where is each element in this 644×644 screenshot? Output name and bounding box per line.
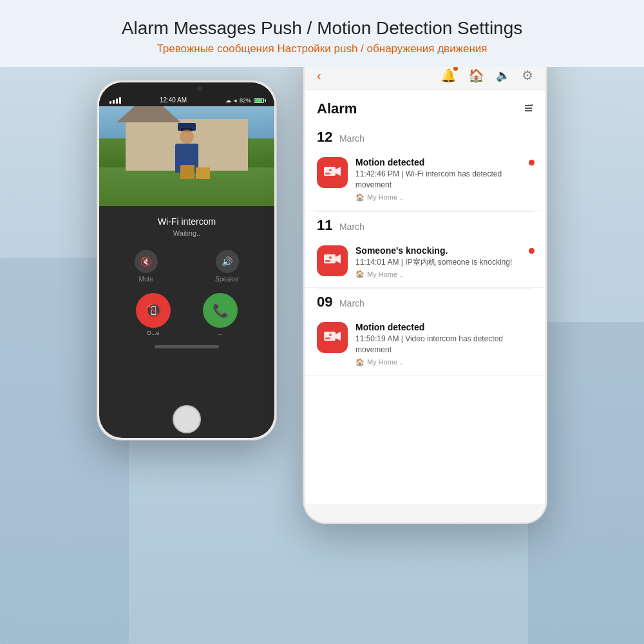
home-icon-09: 🏠 bbox=[355, 358, 365, 366]
svg-marker-1 bbox=[336, 167, 341, 176]
person-glasses bbox=[181, 128, 193, 131]
call-status: Waiting.. bbox=[106, 229, 268, 237]
home-indicator bbox=[155, 345, 219, 348]
mute-action[interactable]: 🔇 Mute bbox=[135, 250, 158, 283]
svg-rect-10 bbox=[325, 337, 330, 339]
cam-house-roof bbox=[117, 106, 181, 122]
delivery-person-cam bbox=[175, 123, 198, 173]
date-12-number: 12 bbox=[317, 129, 332, 145]
toolbar-icons-section: 🔔 🏠 🔈 ⚙ bbox=[440, 68, 533, 83]
home-icon-small: 🏠 bbox=[355, 193, 365, 202]
alarm-09-location: 🏠 My Home .. bbox=[355, 358, 533, 366]
left-phone: 12:40 AM ☁ ◂ 82% bbox=[97, 80, 277, 440]
accept-label: ... bbox=[203, 330, 238, 336]
page-title: Alarm Messages Push / Motion Detection S… bbox=[13, 18, 631, 39]
call-screen: Wi-Fi intercom Waiting.. 🔇 Mute 🔊 Speake… bbox=[99, 206, 274, 357]
location-icon: ◂ bbox=[234, 97, 237, 104]
signal-bar-2 bbox=[113, 100, 115, 104]
alarm-12-desc: 11:42:46 PM | Wi-Fi intercom has detecte… bbox=[355, 169, 533, 191]
page-subtitle: Тревожные сообщения Настройки push / обн… bbox=[13, 43, 631, 55]
location-text-12: My Home .. bbox=[367, 193, 403, 201]
battery-fill bbox=[255, 99, 262, 102]
delivery-boxes bbox=[180, 165, 210, 179]
svg-point-3 bbox=[329, 169, 332, 171]
filter-button[interactable]: ≡⃗ bbox=[524, 102, 533, 116]
decline-label: D...e bbox=[136, 330, 171, 336]
left-status-time: 12:40 AM bbox=[160, 97, 187, 104]
speaker-action[interactable]: 🔊 Speaker bbox=[215, 250, 239, 283]
unread-indicator-11 bbox=[529, 248, 535, 254]
back-button[interactable]: ‹ bbox=[317, 68, 321, 83]
signal-bar-1 bbox=[109, 101, 111, 104]
mute-label: Mute bbox=[139, 276, 153, 283]
date-section-11: 11 March bbox=[305, 212, 545, 238]
location-text-11: My Home .. bbox=[367, 270, 403, 278]
home-icon-11: 🏠 bbox=[355, 270, 365, 278]
call-actions: 🔇 Mute 🔊 Speaker bbox=[106, 250, 268, 283]
date-section-09: 09 March bbox=[305, 289, 545, 314]
left-status-right: ☁ ◂ 82% bbox=[225, 97, 264, 104]
device-icon-11 bbox=[324, 252, 341, 269]
signal-bar-4 bbox=[119, 97, 121, 104]
main-content-area: 12:40 AM ☁ ◂ 82% bbox=[0, 67, 644, 608]
decline-button-wrap: 📵 D...e bbox=[136, 293, 171, 336]
accept-button-wrap: 📞 ... bbox=[203, 293, 238, 336]
date-11-number: 11 bbox=[317, 217, 332, 233]
date-section-12: 12 March bbox=[305, 124, 545, 149]
left-status-bar: 12:40 AM ☁ ◂ 82% bbox=[99, 91, 274, 106]
power-button bbox=[276, 158, 277, 190]
left-phone-screen: 12:40 AM ☁ ◂ 82% bbox=[99, 82, 274, 438]
alarm-11-desc: 11:14:01 AM | IP室内机 someone is knocking! bbox=[355, 257, 533, 268]
alarm-title: Alarm bbox=[317, 100, 357, 117]
bell-button[interactable]: 🔔 bbox=[440, 68, 457, 83]
person-head bbox=[180, 129, 194, 144]
alarm-device-icon-wrap-09 bbox=[317, 322, 348, 353]
right-phone-screen: 📶 12:39 AM ⊕ ◂ 82% ⚡ ‹ bbox=[305, 67, 545, 522]
volume-button bbox=[97, 145, 97, 164]
alarm-11-title: Someone's knocking. bbox=[355, 245, 533, 256]
home-button[interactable] bbox=[173, 405, 201, 433]
decline-button[interactable]: 📵 bbox=[136, 293, 171, 328]
date-12-month: March bbox=[339, 133, 365, 144]
unread-indicator-12 bbox=[529, 160, 535, 166]
front-camera-dot bbox=[197, 86, 202, 91]
mute-icon[interactable]: 🔇 bbox=[135, 250, 158, 273]
accept-button[interactable]: 📞 bbox=[203, 293, 238, 328]
alarm-12-title: Motion detected bbox=[355, 157, 533, 167]
alarm-device-icon-wrap bbox=[317, 157, 348, 188]
svg-marker-5 bbox=[336, 254, 341, 263]
device-icon-09 bbox=[324, 330, 341, 346]
right-phone: 📶 12:39 AM ⊕ ◂ 82% ⚡ ‹ bbox=[303, 67, 547, 524]
speaker-button[interactable]: 🔈 bbox=[496, 68, 510, 82]
signal-bars bbox=[109, 97, 121, 104]
wifi-icon: ☁ bbox=[225, 97, 231, 104]
home-button-toolbar[interactable]: 🏠 bbox=[468, 68, 484, 83]
alarm-content: Alarm ≡⃗ 12 March bbox=[305, 90, 545, 504]
svg-marker-9 bbox=[336, 332, 341, 341]
speaker-icon[interactable]: 🔊 bbox=[216, 250, 239, 273]
alarm-item-motion-march09[interactable]: Motion detected 11:50:19 AM | Video inte… bbox=[305, 314, 545, 376]
alarm-09-title: Motion detected bbox=[355, 322, 533, 332]
location-text-09: My Home .. bbox=[367, 358, 403, 366]
caller-name: Wi-Fi intercom bbox=[106, 216, 268, 227]
alarm-12-location: 🏠 My Home .. bbox=[355, 193, 533, 202]
box-2 bbox=[196, 167, 210, 179]
alarm-item-knocking-march11[interactable]: Someone's knocking. 11:14:01 AM | IP室内机 … bbox=[305, 238, 545, 289]
device-icon bbox=[324, 165, 341, 181]
alarm-header: Alarm ≡⃗ bbox=[305, 90, 545, 124]
svg-rect-6 bbox=[325, 260, 330, 262]
alarm-item-motion-march12[interactable]: Motion detected 11:42:46 PM | Wi-Fi inte… bbox=[305, 149, 545, 211]
alarm-item-09-text: Motion detected 11:50:19 AM | Video inte… bbox=[355, 322, 533, 366]
page-header: Alarm Messages Push / Motion Detection S… bbox=[0, 0, 644, 67]
signal-bar-3 bbox=[116, 99, 118, 104]
alarm-11-location: 🏠 My Home .. bbox=[355, 270, 533, 278]
speaker-label: Speaker bbox=[215, 276, 239, 283]
date-09-month: March bbox=[339, 298, 365, 308]
box-1 bbox=[180, 165, 194, 179]
settings-button[interactable]: ⚙ bbox=[522, 68, 533, 83]
svg-point-11 bbox=[329, 334, 332, 336]
toolbar-left-section: ‹ bbox=[317, 68, 321, 83]
call-button-row: 📵 D...e 📞 ... bbox=[106, 293, 268, 336]
accept-icon: 📞 bbox=[213, 303, 229, 318]
alarm-device-icon-wrap-11 bbox=[317, 245, 348, 276]
